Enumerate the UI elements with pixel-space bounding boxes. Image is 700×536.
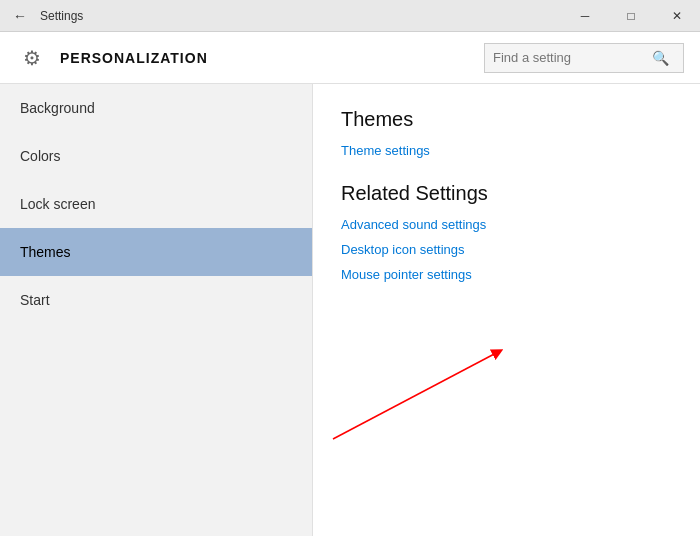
window-controls: ─ □ ✕ <box>562 0 700 31</box>
search-icon: 🔍 <box>645 43 675 73</box>
mouse-pointer-link[interactable]: Mouse pointer settings <box>341 267 672 282</box>
settings-icon: ⚙ <box>16 42 48 74</box>
window-title: Settings <box>40 9 83 23</box>
search-box[interactable]: 🔍 <box>484 43 684 73</box>
close-button[interactable]: ✕ <box>654 0 700 32</box>
svg-line-0 <box>333 352 498 439</box>
related-settings-section: Related Settings Advanced sound settings… <box>341 182 672 282</box>
sidebar-item-background[interactable]: Background <box>0 84 312 132</box>
back-button[interactable]: ← <box>8 4 32 28</box>
header-bar: ⚙ PERSONALIZATION 🔍 <box>0 32 700 84</box>
sidebar-item-themes[interactable]: Themes <box>0 228 312 276</box>
related-settings-title: Related Settings <box>341 182 672 205</box>
title-bar-left: ← Settings <box>8 4 83 28</box>
sidebar-item-start[interactable]: Start <box>0 276 312 324</box>
maximize-button[interactable]: □ <box>608 0 654 32</box>
theme-settings-link[interactable]: Theme settings <box>341 143 672 158</box>
search-input[interactable] <box>485 50 645 65</box>
themes-title: Themes <box>341 108 672 131</box>
desktop-icon-link[interactable]: Desktop icon settings <box>341 242 672 257</box>
title-bar: ← Settings ─ □ ✕ <box>0 0 700 32</box>
main-layout: Background Colors Lock screen Themes Sta… <box>0 84 700 536</box>
minimize-button[interactable]: ─ <box>562 0 608 32</box>
sidebar-item-lock-screen[interactable]: Lock screen <box>0 180 312 228</box>
content-panel: Themes Theme settings Related Settings A… <box>313 84 700 536</box>
sidebar: Background Colors Lock screen Themes Sta… <box>0 84 313 536</box>
page-title: PERSONALIZATION <box>60 50 484 66</box>
sidebar-item-colors[interactable]: Colors <box>0 132 312 180</box>
advanced-sound-link[interactable]: Advanced sound settings <box>341 217 672 232</box>
